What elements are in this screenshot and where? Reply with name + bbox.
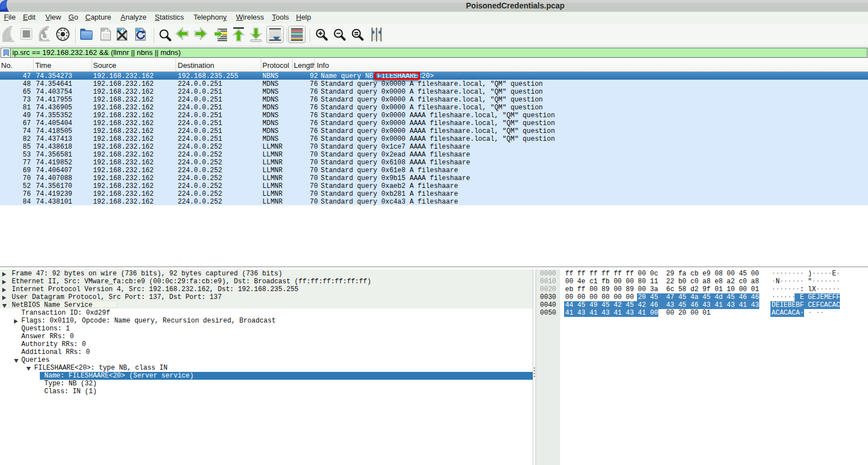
svg-text:0111: 0111 bbox=[103, 38, 109, 41]
